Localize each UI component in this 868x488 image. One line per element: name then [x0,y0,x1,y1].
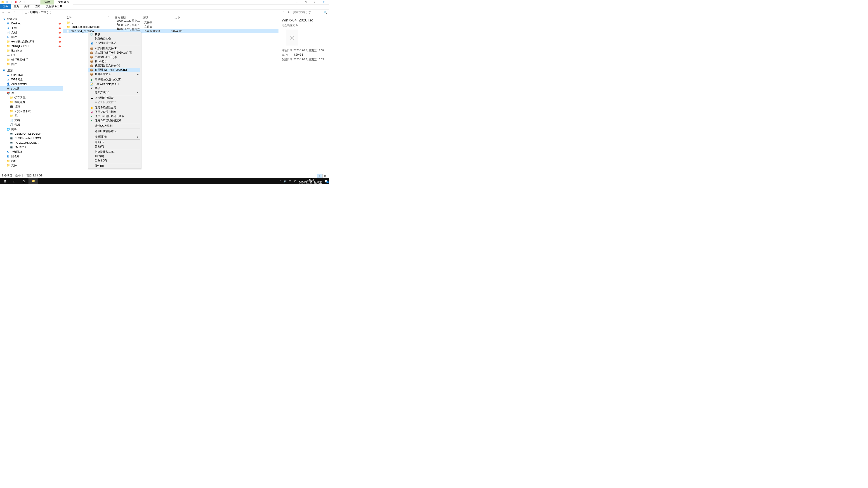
menu-item[interactable]: 发送到(N)▶ [88,135,141,139]
nav-item[interactable]: 📄文档 [0,118,63,123]
nav-item[interactable]: ⬇下载📌 [0,26,63,30]
nav-item[interactable]: 💻此电脑 [0,86,63,91]
nav-item[interactable]: 📁保存的图片 [0,95,63,100]
nav-item[interactable]: 📁图片 [0,113,63,118]
nav-item[interactable]: 📁excel表格制作求和📌 [0,39,63,44]
menu-item[interactable]: 📝Edit with Notepad++ [88,82,141,86]
nav-item[interactable]: ★快速访问 [0,17,63,21]
menu-item[interactable]: 打开方式(H)▶ [88,90,141,95]
tab-disc-tools[interactable]: 光盘映像工具 [43,4,65,9]
column-date[interactable]: 修改日期 [113,16,141,20]
menu-item[interactable]: ●使用 360进行木马云查杀 [88,114,141,119]
menu-item[interactable]: ●使用 360管理右键菜单 [88,119,141,123]
nav-item[interactable]: 👤Administrator [0,82,63,86]
crumb-drive-e[interactable]: 文档 (E:) [40,10,52,14]
tray-overflow-icon[interactable]: ˄ [280,180,281,183]
help-button[interactable]: ? [319,0,328,4]
menu-item[interactable]: ▣上传到有道云笔记 [88,41,141,45]
nav-item[interactable]: 🖥Desktop📌 [0,21,63,26]
address-box[interactable]: 🖴 › 此电脑 › 文档 (E:) › ˅ [23,10,286,15]
volume-icon[interactable]: 🔊 [283,180,287,183]
file-row[interactable]: 📁12020/12/15, 星期二 1...文件夹 [63,20,278,25]
menu-item[interactable]: 📦其他压缩命令▶ [88,72,141,76]
search-icon[interactable]: 🔍 [324,11,327,14]
nav-item[interactable]: 📁文件 [0,163,63,168]
nav-item[interactable]: 🌐网络 [0,127,63,131]
details-view-button[interactable]: ☰ [317,174,322,178]
menu-item[interactable]: 刻录光盘映像 [88,37,141,41]
menu-item[interactable]: 📦用360压缩打开(Q) [88,55,141,59]
file-row[interactable]: 📁BaiduNetdiskDownload2020/12/25, 星期五 1..… [63,25,278,29]
menu-item[interactable]: 还原以前的版本(V) [88,129,141,133]
menu-item[interactable]: 📦解压到 Win7x64_2020\ (E) [88,68,141,72]
nav-item[interactable]: ☁OneDrive [0,73,63,77]
menu-item[interactable]: 重命名(M) [88,158,141,163]
ime-indicator[interactable]: 中 [289,180,291,183]
menu-item[interactable]: 删除(D) [88,154,141,158]
nav-item[interactable]: 💻ZMT2019 [0,145,63,150]
column-size[interactable]: 大小 [164,16,182,20]
nav-item[interactable]: 📄文档📌 [0,30,63,35]
minimize-button[interactable]: ─ [292,0,301,4]
column-name[interactable]: 名称 [63,16,113,20]
nav-item[interactable]: 📁图片 [0,62,63,66]
start-button[interactable]: ⊞ [0,178,9,184]
crumb-sep-icon[interactable]: › [28,11,29,13]
nav-item[interactable]: 📚库 [0,91,63,95]
nav-item[interactable]: 📁天翼云盘下载 [0,109,63,113]
menu-item[interactable]: ◆用 蜂蜜浏览器 浏览(3) [88,77,141,82]
nav-item[interactable]: ☁WPS网盘 [0,77,63,82]
menu-item[interactable]: 📦解压到(F)... [88,59,141,64]
search-button[interactable]: ⌕ [9,178,19,184]
nav-item[interactable]: 🖴G:\ [0,53,63,57]
nav-item[interactable]: 💻DESKTOP-LSSOEDP [0,131,63,136]
nav-item[interactable]: 📁本机照片 [0,100,63,104]
nav-item[interactable]: ⚙控制面板 [0,150,63,154]
nav-item[interactable]: 💻PC-20190530OBLA [0,140,63,145]
menu-item[interactable]: 📦解压到当前文件夹(X) [88,64,141,68]
menu-item[interactable]: 💿装载 [88,32,141,37]
menu-item[interactable]: 剪切(T) [88,140,141,144]
menu-item[interactable]: 📦添加到压缩文件(A)... [88,46,141,51]
forward-button[interactable]: → [6,10,11,15]
menu-item[interactable]: 通过QQ发送到 [88,124,141,128]
nav-item[interactable]: 🎵音乐 [0,123,63,127]
nav-item[interactable]: 🎬视频 [0,104,63,109]
tab-share[interactable]: 共享 [22,4,33,9]
tab-view[interactable]: 查看 [33,4,43,9]
refresh-button[interactable]: ↻ [287,10,291,15]
crumb-sep-icon[interactable]: › [53,11,53,13]
back-button[interactable]: ← [1,10,6,15]
nav-item[interactable]: 📁软件 [0,159,63,163]
menu-item[interactable]: ▣使用 360解除占用 [88,105,141,110]
menu-item[interactable]: 复制(C) [88,144,141,149]
icons-view-button[interactable]: ▦ [322,174,327,178]
nav-item[interactable]: 🗑回收站 [0,154,63,159]
menu-item[interactable]: 属性(R) [88,164,141,168]
tab-home[interactable]: 主页 [11,4,22,9]
nav-item[interactable]: 💻DESKTOP-NJEU3CG [0,136,63,140]
column-type[interactable]: 类型 [141,16,164,20]
maximize-button[interactable]: ▢ [301,0,310,4]
menu-item[interactable]: 创建快捷方式(S) [88,150,141,154]
security-icon[interactable]: 🛡 [294,180,297,183]
recent-dropdown[interactable]: ˅ [12,10,17,15]
tab-file[interactable]: 文件 [0,4,11,9]
crumb-this-pc[interactable]: 此电脑 [29,10,38,14]
menu-item[interactable]: 📦添加到 "Win7x64_2020.zip" (T) [88,51,141,55]
menu-item[interactable]: ↗共享 [88,86,141,90]
up-button[interactable]: ↑ [17,10,22,15]
nav-item[interactable]: 🖼图片📌 [0,35,63,39]
nav-item[interactable]: 📁win7重装win7 [0,57,63,62]
close-button[interactable]: ✕ [310,0,319,4]
nav-item[interactable]: 🖥桌面 [0,68,63,73]
nav-item[interactable]: 📁YUNQISHI2019📌 [0,44,63,48]
crumb-sep-icon[interactable]: › [39,11,39,13]
menu-item[interactable]: ☁上传到百度网盘 [88,96,141,100]
nav-item[interactable]: 📁Bandicam [0,48,63,53]
task-view-button[interactable]: ⧉ [19,178,29,184]
clock[interactable]: 16:32 2020/12/25, 星期五 [299,178,322,184]
taskbar-explorer[interactable]: 📁 [29,178,38,184]
menu-item[interactable]: ▣使用 360强力删除 [88,110,141,114]
search-box[interactable]: 搜索"文档 (E:)" 🔍 [292,10,328,15]
